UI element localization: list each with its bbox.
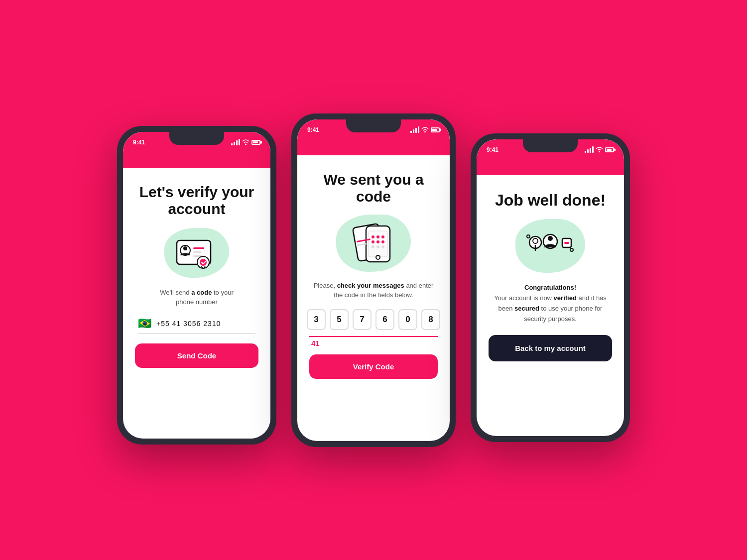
svg-rect-3 (193, 247, 204, 249)
code-digit-1[interactable]: 3 (307, 309, 326, 330)
svg-point-26 (548, 236, 553, 241)
phone1-number: +55 41 3056 2310 (156, 320, 255, 328)
phone3-illustration (515, 219, 585, 273)
verified-icon (524, 227, 577, 265)
phone-3: 9:41 (471, 133, 630, 442)
phone1-notch (169, 132, 224, 145)
phone1-input-row: 🇧🇷 +55 41 3056 2310 (135, 317, 258, 330)
phone3-signal-icon (585, 146, 594, 153)
phone1-illustration (164, 228, 229, 278)
phone2-content: We sent you a code (297, 155, 450, 441)
phone1-time: 9:41 (133, 139, 145, 146)
svg-point-13 (381, 235, 384, 238)
phones-container: 9:41 (117, 113, 630, 447)
phone1-underline (138, 333, 255, 334)
svg-point-11 (372, 235, 374, 238)
phone2-signal-icon (410, 126, 419, 133)
code-digit-5[interactable]: 0 (398, 309, 417, 330)
code-input-row: 41 (309, 336, 438, 347)
svg-point-19 (381, 245, 384, 248)
phone3-content: Job well done! (477, 175, 624, 436)
phone-code-icon (349, 222, 398, 264)
code-input-value[interactable]: 41 (309, 339, 438, 347)
phone1-title: Let's verify your account (135, 184, 258, 218)
phone2-time: 9:41 (307, 126, 319, 133)
phone3-wifi-icon (596, 147, 603, 152)
phone2-description: Please, check your messages and enter th… (309, 281, 438, 300)
back-to-account-button[interactable]: Back to my account (489, 335, 612, 361)
brazil-flag: 🇧🇷 (138, 317, 151, 330)
svg-rect-4 (193, 251, 201, 253)
code-boxes: 3 5 7 6 0 8 (307, 309, 440, 330)
phone2-battery-icon (431, 127, 440, 132)
svg-point-17 (372, 245, 374, 248)
svg-rect-28 (564, 242, 569, 244)
code-input-underline (309, 336, 438, 337)
phone2-header: 9:41 (297, 119, 450, 155)
battery-icon (251, 140, 260, 145)
send-code-button[interactable]: Send Code (135, 343, 258, 368)
svg-point-16 (381, 240, 384, 243)
phone1-header: 9:41 (123, 132, 270, 168)
code-digit-4[interactable]: 6 (375, 309, 394, 330)
code-digit-6[interactable]: 8 (421, 309, 440, 330)
phone3-status-icons (585, 146, 614, 153)
svg-point-14 (372, 240, 374, 243)
svg-rect-10 (369, 231, 387, 257)
verify-code-button[interactable]: Verify Code (309, 354, 438, 379)
code-digit-3[interactable]: 7 (353, 309, 372, 330)
phone3-congrats: Congratulations! Your account is now ver… (489, 283, 612, 324)
phone1-status-icons (231, 139, 260, 145)
phone2-wifi-icon (421, 127, 429, 132)
id-card-icon (174, 236, 219, 269)
phone2-notch (346, 119, 401, 132)
phone3-title: Job well done! (495, 191, 606, 210)
wifi-icon (242, 139, 249, 145)
phone-2: 9:41 (291, 113, 456, 447)
signal-bars-icon (231, 139, 240, 145)
phone3-notch (523, 139, 578, 152)
svg-point-12 (376, 235, 379, 238)
phone1-description: We'll send a code to yourphone number (160, 288, 233, 307)
phone3-time: 9:41 (487, 146, 498, 153)
code-digit-2[interactable]: 5 (330, 309, 349, 330)
svg-point-7 (200, 259, 207, 266)
phone-1: 9:41 (117, 126, 276, 445)
phone2-illustration (336, 215, 411, 272)
phone3-battery-icon (605, 147, 614, 152)
svg-point-2 (183, 246, 187, 250)
svg-point-18 (376, 245, 379, 248)
phone2-status-icons (410, 126, 440, 133)
phone1-content: Let's verify your account (123, 168, 270, 439)
phone3-header: 9:41 (477, 139, 624, 175)
svg-point-15 (376, 240, 379, 243)
svg-point-30 (570, 248, 573, 251)
svg-point-29 (527, 235, 530, 238)
phone2-title: We sent you a code (309, 171, 438, 206)
